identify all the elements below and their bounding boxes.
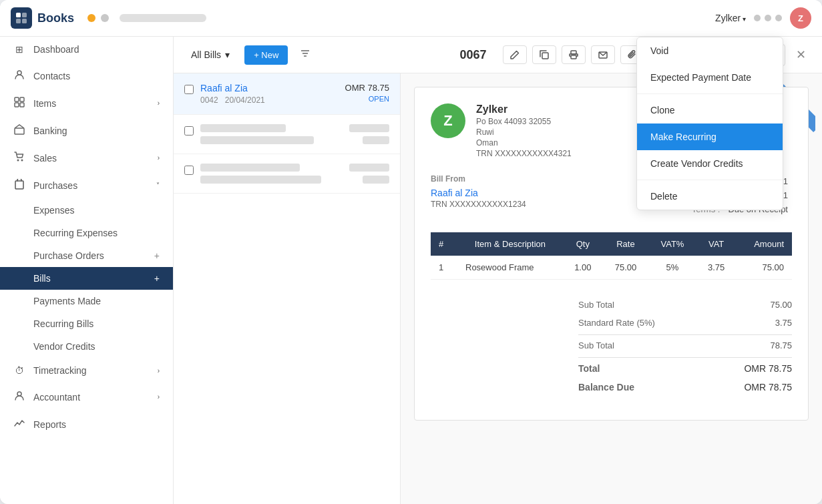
app-logo: Books [11,7,74,29]
purchases-chevron: ˅ [156,182,160,189]
item-num: 1 [431,256,457,280]
recurring-bills-label: Recurring Bills [33,318,93,329]
recurring-expenses-label: Recurring Expenses [33,228,118,238]
more-dropdown-menu: Void Expected Payment Date Clone Make Re… [636,37,783,210]
expand-dot[interactable] [101,14,109,22]
bill-id: 0042 [200,95,218,105]
sidebar-label-dashboard: Dashboard [33,44,79,55]
bill-from: Bill From Raafi al Zia TRN XXXXXXXXXXX12… [431,174,526,216]
standard-rate-value: 3.75 [775,318,792,328]
dropdown-make-recurring[interactable]: Make Recurring [637,123,783,150]
title-bar-right: Zylker Z [715,7,811,29]
filter-button[interactable] [296,45,315,64]
sidebar-sub-vendor-credits[interactable]: Vendor Credits [0,335,173,358]
company-address1: Po Box 44093 32055 [476,117,572,126]
svg-rect-0 [16,13,21,17]
sidebar-item-contacts[interactable]: Contacts [0,62,173,89]
email-button[interactable] [591,45,615,64]
subtotal2-row: Sub Total 78.75 [578,334,792,354]
total-value: OMR 78.75 [744,363,792,374]
bill-checkbox-3[interactable] [184,166,194,175]
standard-rate-label: Standard Rate (5%) [578,318,655,328]
sidebar-sub-purchase-orders[interactable]: Purchase Orders + [0,244,173,267]
reports-icon [13,418,25,431]
dropdown-create-vendor-credits[interactable]: Create Vendor Credits [637,150,783,177]
item-rate: 75.00 [603,256,649,280]
dashboard-icon: ⊞ [13,44,25,55]
vendor-credits-label: Vendor Credits [33,341,95,352]
col-vat-pct: VAT% [648,232,696,256]
sidebar-sub-recurring-bills[interactable]: Recurring Bills [0,312,173,335]
bill-date: 20/04/2021 [225,95,265,105]
print-button[interactable] [562,45,586,64]
sidebar-item-reports[interactable]: Reports [0,411,173,438]
sidebar-item-items[interactable]: Items › [0,89,173,117]
dropdown-delete[interactable]: Delete [637,183,783,210]
user-name[interactable]: Zylker [715,13,746,23]
company-avatar: Z [431,103,465,138]
sidebar-label-accountant: Accountant [33,392,80,403]
dropdown-expected-payment-date[interactable]: Expected Payment Date [637,64,783,91]
sidebar-sub-recurring-expenses[interactable]: Recurring Expenses [0,222,173,244]
dropdown-clone[interactable]: Clone [637,97,783,123]
sidebar-item-purchases[interactable]: Purchases ˅ [0,172,173,199]
total-row: Total OMR 78.75 [578,357,792,378]
bills-label: Bills [33,273,51,284]
minimize-dot[interactable] [87,14,95,22]
sidebar-label-reports: Reports [33,419,66,430]
action-dot-3[interactable] [775,15,782,21]
bill-amount-section: OMR 78.75 OPEN [345,83,389,103]
dropdown-divider-2 [637,180,783,180]
svg-point-4 [17,71,21,75]
company-address2: Ruwi [476,128,572,137]
search-bar-placeholder [120,14,206,22]
balance-due-value: OMR 78.75 [744,382,792,393]
col-item-desc: Item & Description [457,232,563,256]
close-button[interactable]: ✕ [791,45,811,65]
svg-rect-17 [542,53,548,59]
user-avatar[interactable]: Z [790,7,811,29]
all-bills-button[interactable]: All Bills ▾ [184,45,236,64]
sidebar-item-accountant[interactable]: Accountant › [0,383,173,411]
item-description: Rosewood Frame [457,256,563,280]
action-dot-1[interactable] [754,15,761,21]
svg-rect-1 [22,13,27,17]
copy-button[interactable] [532,45,556,64]
svg-point-11 [21,160,23,162]
banking-icon [13,124,25,137]
purchase-orders-plus[interactable]: + [154,250,160,261]
bill-checkbox-2[interactable] [184,126,194,136]
new-bill-button[interactable]: + New [244,45,288,65]
timetracking-icon: ⏱ [13,365,25,376]
svg-rect-19 [571,55,576,59]
sidebar-sub-bills[interactable]: Bills + [0,267,173,290]
bill-info: Raafi al Zia 0042 20/04/2021 [200,83,339,105]
sidebar-item-sales[interactable]: Sales › [0,144,173,172]
sidebar-label-contacts: Contacts [33,71,70,81]
edit-button[interactable] [503,45,527,64]
sidebar-label-sales: Sales [33,153,57,164]
bill-placeholder-2 [174,154,400,194]
bill-placeholder-1 [174,115,400,154]
dropdown-void[interactable]: Void [637,37,783,64]
item-qty: 1.00 [563,256,603,280]
bill-list-item[interactable]: Raafi al Zia 0042 20/04/2021 OMR 78.75 O… [174,73,400,115]
timetracking-chevron: › [158,367,160,374]
action-dot-2[interactable] [765,15,771,21]
title-bar: Books Zylker Z [0,0,822,37]
purchase-orders-label: Purchase Orders [33,250,104,261]
sidebar-sub-expenses[interactable]: Expenses [0,199,173,222]
company-trn: TRN XXXXXXXXXXX4321 [476,149,572,158]
bills-plus[interactable]: + [154,273,160,284]
sidebar-sub-payments-made[interactable]: Payments Made [0,290,173,312]
svg-rect-12 [15,181,23,189]
sidebar-item-banking[interactable]: Banking [0,117,173,144]
balance-due-label: Balance Due [578,382,634,393]
sidebar-label-purchases: Purchases [33,180,77,191]
col-amount: Amount [737,232,793,256]
sidebar-item-timetracking[interactable]: ⏱ Timetracking › [0,358,173,383]
accountant-chevron: › [158,393,160,401]
sidebar-item-dashboard[interactable]: ⊞ Dashboard [0,37,173,62]
item-amount: 75.00 [737,256,793,280]
bill-checkbox[interactable] [184,85,194,94]
